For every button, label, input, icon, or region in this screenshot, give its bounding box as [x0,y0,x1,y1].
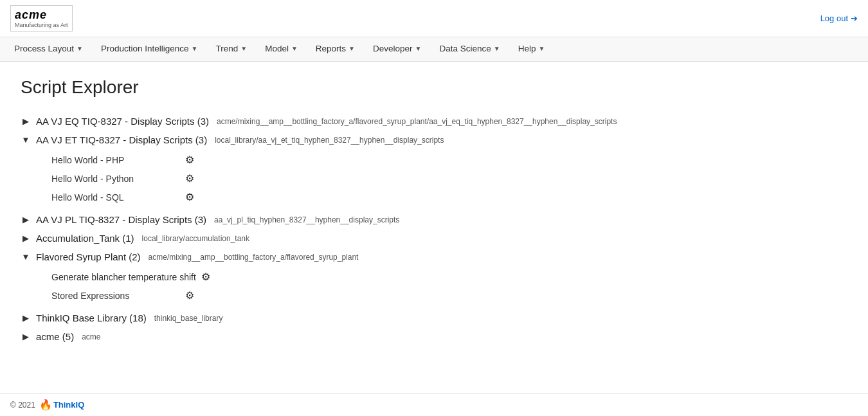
list-item: Stored Expressions⚙ [51,286,751,305]
child-label: Hello World - Python [51,174,180,184]
nav-label: Help [518,44,536,53]
tree-row[interactable]: ▶ThinkIQ Base Library (18)thinkiq_base_l… [21,310,751,326]
collapse-icon[interactable]: ▼ [21,252,31,262]
nav-label: Trend [215,44,238,53]
nav-item-developer[interactable]: Developer▼ [364,37,430,61]
tree-item: ▼AA VJ ET TIQ-8327 - Display Scripts (3)… [21,132,751,206]
gear-icon[interactable]: ⚙ [185,172,194,185]
nav-label: Developer [373,44,413,53]
chevron-down-icon: ▼ [348,45,355,52]
tree-path: aa_vj_pl_tiq_hyphen_8327__hyphen__displa… [214,215,399,224]
gear-icon[interactable]: ⚙ [185,154,194,166]
tree-children: Generate blancher temperature shift⚙Stor… [51,267,751,305]
chevron-down-icon: ▼ [415,45,422,52]
expand-icon[interactable]: ▶ [21,233,31,244]
logout-link[interactable]: Log out ➔ [820,14,858,23]
logout-label: Log out [820,14,848,23]
expand-icon[interactable]: ▶ [21,313,31,323]
navbar: Process Layout▼Production Intelligence▼T… [0,37,868,62]
header: acme Manufacturing as Art Log out ➔ [0,0,868,37]
tree-row[interactable]: ▶Accumulation_Tank (1)local_library/accu… [21,230,751,246]
tree-path: local_library/aa_vj_et_tiq_hyphen_8327__… [215,136,444,145]
tree-item: ▼Flavored Syrup Plant (2)acme/mixing__am… [21,249,751,305]
nav-item-process-layout[interactable]: Process Layout▼ [5,37,92,61]
expand-icon[interactable]: ▶ [21,332,31,342]
nav-label: Data Science [439,44,491,53]
tree-item: ▶acme (5)acme [21,329,751,345]
expand-icon[interactable]: ▶ [21,116,31,127]
list-item: Hello World - Python⚙ [51,169,751,188]
tree-row[interactable]: ▼AA VJ ET TIQ-8327 - Display Scripts (3)… [21,132,751,148]
tree-label: AA VJ PL TIQ-8327 - Display Scripts (3) [36,214,206,225]
child-label: Stored Expressions [51,291,180,301]
collapse-icon[interactable]: ▼ [21,135,31,145]
nav-item-reports[interactable]: Reports▼ [307,37,364,61]
tree-label: AA VJ ET TIQ-8327 - Display Scripts (3) [36,134,207,145]
tree-label: AA VJ EQ TIQ-8327 - Display Scripts (3) [36,116,209,127]
tree-row[interactable]: ▶AA VJ PL TIQ-8327 - Display Scripts (3)… [21,212,751,228]
tree-item: ▶AA VJ PL TIQ-8327 - Display Scripts (3)… [21,212,751,228]
logo-box: acme Manufacturing as Art [10,5,73,32]
tree-row[interactable]: ▶acme (5)acme [21,329,751,345]
logout-icon: ➔ [851,14,858,23]
tree-item: ▶ThinkIQ Base Library (18)thinkiq_base_l… [21,310,751,326]
gear-icon[interactable]: ⚙ [185,191,194,203]
tree-path: local_library/accumulation_tank [142,234,249,243]
main-content: Script Explorer ▶AA VJ EQ TIQ-8327 - Dis… [0,62,772,363]
nav-item-data-science[interactable]: Data Science▼ [430,37,509,61]
tree-item: ▶AA VJ EQ TIQ-8327 - Display Scripts (3)… [21,113,751,129]
nav-label: Reports [316,44,346,53]
list-item: Hello World - PHP⚙ [51,150,751,169]
expand-icon[interactable]: ▶ [21,215,31,225]
tree-item: ▶Accumulation_Tank (1)local_library/accu… [21,230,751,246]
nav-label: Production Intelligence [101,44,189,53]
child-label: Generate blancher temperature shift [51,272,196,282]
child-label: Hello World - PHP [51,155,180,165]
nav-item-model[interactable]: Model▼ [256,37,307,61]
chevron-down-icon: ▼ [494,45,500,52]
page-title: Script Explorer [21,77,751,98]
nav-label: Model [265,44,289,53]
gear-icon[interactable]: ⚙ [201,271,210,283]
tree-children: Hello World - PHP⚙Hello World - Python⚙H… [51,150,751,206]
list-item: Hello World - SQL⚙ [51,188,751,206]
child-label: Hello World - SQL [51,192,180,203]
chevron-down-icon: ▼ [538,45,545,52]
tree-label: Accumulation_Tank (1) [36,233,134,244]
nav-item-production-intelligence[interactable]: Production Intelligence▼ [92,37,207,61]
tree-label: ThinkIQ Base Library (18) [36,312,147,323]
tree-path: acme/mixing__amp__bottling_factory_a/fla… [217,117,617,126]
logo-acme-text: acme [15,8,47,21]
chevron-down-icon: ▼ [77,45,83,52]
tree-row[interactable]: ▼Flavored Syrup Plant (2)acme/mixing__am… [21,249,751,265]
tree-path: acme [82,332,100,341]
nav-item-help[interactable]: Help▼ [509,37,554,61]
tree-container: ▶AA VJ EQ TIQ-8327 - Display Scripts (3)… [21,113,751,345]
nav-label: Process Layout [14,44,74,53]
list-item: Generate blancher temperature shift⚙ [51,267,751,286]
tree-path: acme/mixing__amp__bottling_factory_a/fla… [149,253,359,262]
tree-label: Flavored Syrup Plant (2) [36,251,141,262]
chevron-down-icon: ▼ [192,45,198,52]
tree-path: thinkiq_base_library [154,314,223,323]
tree-row[interactable]: ▶AA VJ EQ TIQ-8327 - Display Scripts (3)… [21,113,751,129]
chevron-down-icon: ▼ [240,45,247,52]
chevron-down-icon: ▼ [291,45,298,52]
logo-sub-text: Manufacturing as Art [15,22,68,28]
nav-item-trend[interactable]: Trend▼ [206,37,256,61]
logo-area: acme Manufacturing as Art [10,5,73,32]
tree-label: acme (5) [36,331,74,342]
gear-icon[interactable]: ⚙ [185,289,194,302]
